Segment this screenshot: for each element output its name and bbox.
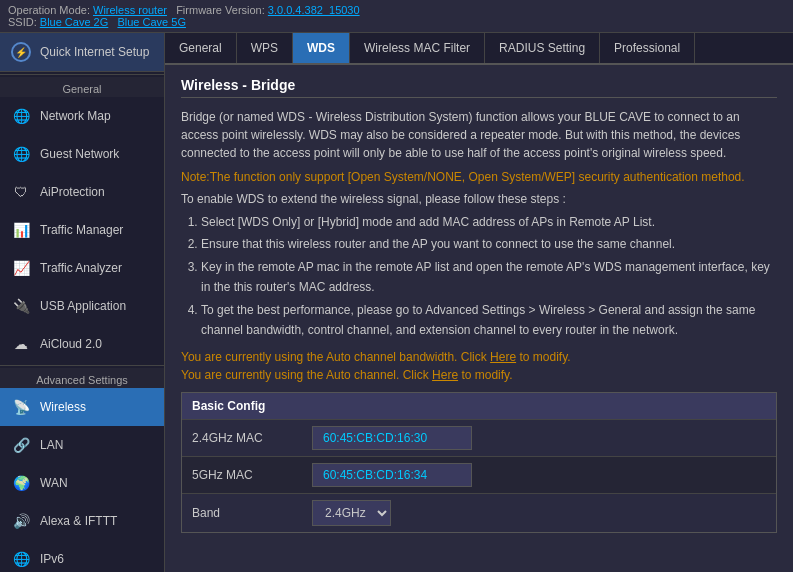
firmware-value[interactable]: 3.0.0.4.382_15030 xyxy=(268,4,360,16)
basic-config-header: Basic Config xyxy=(182,393,776,419)
here-link-2[interactable]: Here xyxy=(432,368,458,382)
sidebar-item-alexa-label: Alexa & IFTTT xyxy=(40,514,117,528)
config-value-2g-mac: 60:45:CB:CD:16:30 xyxy=(312,426,472,450)
sidebar-item-wireless-label: Wireless xyxy=(40,400,86,414)
sidebar-item-ipv6[interactable]: 🌐 IPv6 xyxy=(0,540,164,572)
tab-wds[interactable]: WDS xyxy=(293,33,350,63)
svg-text:⚡: ⚡ xyxy=(15,46,28,59)
traffic-analyzer-icon: 📈 xyxy=(10,257,32,279)
sidebar: ⚡ Quick Internet Setup General 🌐 Network… xyxy=(0,33,165,572)
sidebar-item-usb-application[interactable]: 🔌 USB Application xyxy=(0,287,164,325)
sidebar-item-traffic-analyzer[interactable]: 📈 Traffic Analyzer xyxy=(0,249,164,287)
step-2: Ensure that this wireless router and the… xyxy=(201,234,777,254)
sidebar-item-usb-application-label: USB Application xyxy=(40,299,126,313)
usb-application-icon: 🔌 xyxy=(10,295,32,317)
operation-mode-label: Operation Mode: xyxy=(8,4,90,16)
info-line-2: You are currently using the Auto channel… xyxy=(181,368,777,382)
config-value-5g-mac: 60:45:CB:CD:16:34 xyxy=(312,463,472,487)
sidebar-item-wireless[interactable]: 📡 Wireless xyxy=(0,388,164,426)
step-3: Key in the remote AP mac in the remote A… xyxy=(201,257,777,298)
lan-icon: 🔗 xyxy=(10,434,32,456)
ssid-5g[interactable]: Blue Cave 5G xyxy=(117,16,185,28)
firmware-label: Firmware Version: xyxy=(176,4,265,16)
config-row-5g-mac: 5GHz MAC 60:45:CB:CD:16:34 xyxy=(182,456,776,493)
basic-config: Basic Config 2.4GHz MAC 60:45:CB:CD:16:3… xyxy=(181,392,777,533)
network-map-icon: 🌐 xyxy=(10,105,32,127)
content-area: General WPS WDS Wireless MAC Filter RADI… xyxy=(165,33,793,572)
sidebar-item-network-map[interactable]: 🌐 Network Map xyxy=(0,97,164,135)
sidebar-item-wan[interactable]: 🌍 WAN xyxy=(0,464,164,502)
aicloud-icon: ☁ xyxy=(10,333,32,355)
config-label-2g-mac: 2.4GHz MAC xyxy=(192,431,312,445)
wireless-icon: 📡 xyxy=(10,396,32,418)
wan-icon: 🌍 xyxy=(10,472,32,494)
tab-bar: General WPS WDS Wireless MAC Filter RADI… xyxy=(165,33,793,65)
sidebar-item-traffic-analyzer-label: Traffic Analyzer xyxy=(40,261,122,275)
config-label-5g-mac: 5GHz MAC xyxy=(192,468,312,482)
sidebar-item-alexa[interactable]: 🔊 Alexa & IFTTT xyxy=(0,502,164,540)
page-description: Bridge (or named WDS - Wireless Distribu… xyxy=(181,108,777,162)
sidebar-item-guest-network-label: Guest Network xyxy=(40,147,119,161)
sidebar-item-aicloud[interactable]: ☁ AiCloud 2.0 xyxy=(0,325,164,363)
traffic-manager-icon: 📊 xyxy=(10,219,32,241)
advanced-section-title: Advanced Settings xyxy=(0,368,164,388)
sidebar-item-quick-setup[interactable]: ⚡ Quick Internet Setup xyxy=(0,33,164,72)
step-4: To get the best performance, please go t… xyxy=(201,300,777,341)
steps-intro: To enable WDS to extend the wireless sig… xyxy=(181,192,777,206)
here-link-1[interactable]: Here xyxy=(490,350,516,364)
sidebar-item-aicloud-label: AiCloud 2.0 xyxy=(40,337,102,351)
quick-setup-icon: ⚡ xyxy=(10,41,32,63)
tab-wireless-mac-filter[interactable]: Wireless MAC Filter xyxy=(350,33,485,63)
steps-list: Select [WDS Only] or [Hybrid] mode and a… xyxy=(201,212,777,340)
sidebar-item-traffic-manager-label: Traffic Manager xyxy=(40,223,123,237)
page-title: Wireless - Bridge xyxy=(181,77,777,98)
config-select-band[interactable]: 2.4GHz 5GHz xyxy=(312,500,391,526)
ssid-label: SSID: xyxy=(8,16,37,28)
tab-general[interactable]: General xyxy=(165,33,237,63)
sidebar-item-ipv6-label: IPv6 xyxy=(40,552,64,566)
alexa-icon: 🔊 xyxy=(10,510,32,532)
config-row-band: Band 2.4GHz 5GHz xyxy=(182,493,776,532)
sidebar-item-traffic-manager[interactable]: 📊 Traffic Manager xyxy=(0,211,164,249)
page-content: Wireless - Bridge Bridge (or named WDS -… xyxy=(165,65,793,545)
ssid-2g[interactable]: Blue Cave 2G xyxy=(40,16,108,28)
ipv6-icon: 🌐 xyxy=(10,548,32,570)
sidebar-item-guest-network[interactable]: 🌐 Guest Network xyxy=(0,135,164,173)
top-bar: Operation Mode: Wireless router Firmware… xyxy=(0,0,793,33)
tab-wps[interactable]: WPS xyxy=(237,33,293,63)
sidebar-item-network-map-label: Network Map xyxy=(40,109,111,123)
general-section-title: General xyxy=(0,77,164,97)
step-1: Select [WDS Only] or [Hybrid] mode and a… xyxy=(201,212,777,232)
info-line-1: You are currently using the Auto channel… xyxy=(181,350,777,364)
sidebar-item-lan[interactable]: 🔗 LAN xyxy=(0,426,164,464)
config-label-band: Band xyxy=(192,506,312,520)
sidebar-item-aiprotection[interactable]: 🛡 AiProtection xyxy=(0,173,164,211)
tab-radius-setting[interactable]: RADIUS Setting xyxy=(485,33,600,63)
config-row-2g-mac: 2.4GHz MAC 60:45:CB:CD:16:30 xyxy=(182,419,776,456)
warning-note: Note:The function only support [Open Sys… xyxy=(181,170,777,184)
sidebar-item-aiprotection-label: AiProtection xyxy=(40,185,105,199)
aiprotection-icon: 🛡 xyxy=(10,181,32,203)
sidebar-item-quick-setup-label: Quick Internet Setup xyxy=(40,45,149,59)
sidebar-item-lan-label: LAN xyxy=(40,438,63,452)
sidebar-item-wan-label: WAN xyxy=(40,476,68,490)
guest-network-icon: 🌐 xyxy=(10,143,32,165)
operation-mode-value[interactable]: Wireless router xyxy=(93,4,167,16)
tab-professional[interactable]: Professional xyxy=(600,33,695,63)
